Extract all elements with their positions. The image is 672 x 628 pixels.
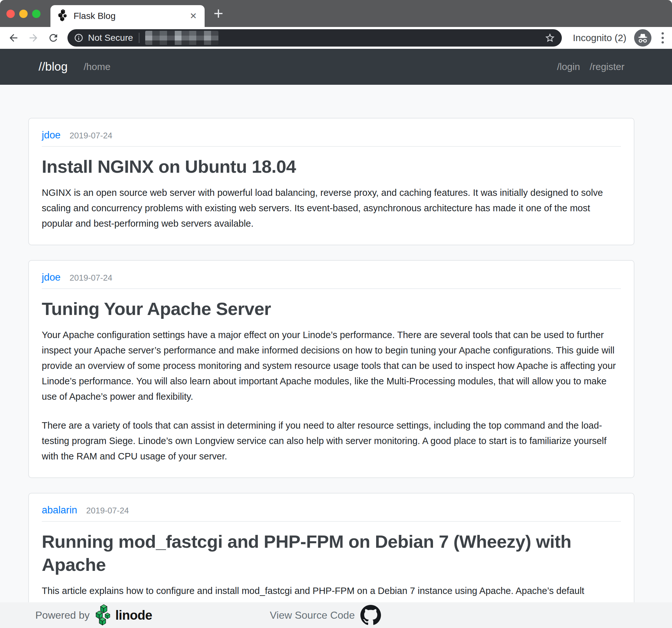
post-card: jdoe 2019-07-24 Tuning Your Apache Serve… [28,260,634,478]
redacted-url [145,31,218,45]
navbar-brand[interactable]: //blog [39,60,68,74]
post-paragraph: There are a variety of tools that can as… [42,418,621,464]
bookmark-star-icon[interactable] [545,32,555,43]
post-date: 2019-07-24 [70,131,113,141]
address-bar[interactable]: Not Secure [68,29,562,47]
nav-link-login[interactable]: /login [557,61,580,72]
post-paragraph: NGINX is an open source web server with … [42,185,621,231]
site-navbar: //blog /home /login /register [0,49,672,85]
browser-window: Flask Blog ✕ + Not Secure Incognito [0,0,672,628]
post-divider [42,146,621,147]
post-paragraph: Your Apache configuration settings have … [42,327,621,404]
post-divider [42,288,621,289]
post-author-link[interactable]: abalarin [42,504,77,516]
info-icon[interactable] [74,33,83,43]
powered-by-linode[interactable]: Powered by linode [35,602,152,628]
new-tab-button[interactable]: + [210,4,227,23]
post-date: 2019-07-24 [86,506,129,516]
reload-icon[interactable] [47,31,60,44]
post-title: Install NGINX on Ubuntu 18.04 [42,155,621,178]
powered-by-label: Powered by [35,609,90,621]
tab-strip: Flask Blog ✕ + [0,0,672,27]
view-source-label: View Source Code [270,609,355,621]
post-card: jdoe 2019-07-24 Install NGINX on Ubuntu … [28,118,634,245]
security-label: Not Secure [88,33,133,43]
browser-toolbar: Not Secure Incognito (2) [0,27,672,49]
page-footer: Powered by linode View Source Code [0,602,672,628]
post-title: Tuning Your Apache Server [42,297,621,321]
github-icon [360,605,381,625]
post-author-link[interactable]: jdoe [42,272,61,283]
tab-close-icon[interactable]: ✕ [190,12,197,21]
nav-link-register[interactable]: /register [590,61,624,72]
traffic-lights [6,10,41,18]
omnibox-divider [139,33,139,43]
tab-title: Flask Blog [74,11,190,21]
window-zoom-button[interactable] [32,10,41,18]
window-close-button[interactable] [6,10,15,18]
nav-link-home[interactable]: /home [84,61,111,72]
page-content: jdoe 2019-07-24 Install NGINX on Ubuntu … [0,85,672,628]
browser-tab[interactable]: Flask Blog ✕ [50,5,205,27]
incognito-label: Incognito (2) [573,32,626,43]
window-minimize-button[interactable] [19,10,28,18]
post-divider [42,521,621,522]
post-title: Running mod_fastcgi and PHP-FPM on Debia… [42,530,621,577]
linode-wordmark: linode [115,608,152,623]
browser-menu-icon[interactable] [661,31,664,44]
view-source-link[interactable]: View Source Code [270,602,381,628]
post-author-link[interactable]: jdoe [42,129,61,141]
favicon-linode-cube-icon [58,9,68,23]
incognito-icon [634,29,651,47]
post-date: 2019-07-24 [70,273,113,283]
back-icon[interactable] [7,31,20,44]
forward-icon[interactable] [27,31,40,44]
linode-logo-icon [95,604,112,626]
